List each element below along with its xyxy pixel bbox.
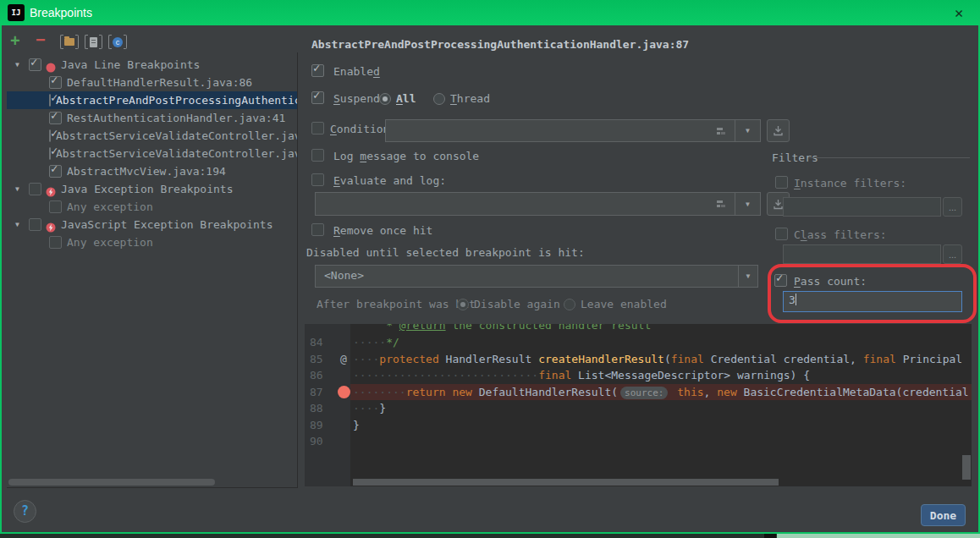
disabled-until-dropdown[interactable]: <None> ▼ <box>315 265 758 288</box>
tree-horizontal-scrollbar[interactable] <box>8 479 215 486</box>
breakpoint-enabled-checkbox[interactable] <box>49 200 62 213</box>
breakpoint-enabled-checkbox[interactable]: ✓ <box>49 112 62 124</box>
line-number: 90 <box>310 433 323 450</box>
titlebar[interactable]: IJ Breakpoints ✕ <box>0 0 980 25</box>
line-number: 87 <box>310 384 323 401</box>
line-number: 89 <box>310 417 323 434</box>
breakpoint-enabled-checkbox[interactable]: ✓ <box>49 76 62 89</box>
suspend-thread-radio[interactable] <box>433 93 445 105</box>
pass-count-checkbox[interactable]: ✓ <box>774 274 787 287</box>
group-by-class-button[interactable]: c <box>108 35 127 49</box>
exception-breakpoint-icon <box>46 220 56 230</box>
breakpoint-row[interactable]: ✓AbstractPreAndPostProcessingAuthenticat <box>7 91 297 109</box>
code-text: * @return the constructed handler result <box>353 324 651 332</box>
evaluate-history-arrow-icon[interactable]: ▼ <box>735 200 760 208</box>
suspend-all-radio[interactable] <box>379 93 391 105</box>
code-line: 90 <box>305 433 972 450</box>
disable-again-radio[interactable] <box>457 299 469 310</box>
group-by-package-button[interactable] <box>60 35 79 49</box>
file-icon <box>90 37 97 47</box>
disable-again-label: Disable again <box>474 298 560 310</box>
evaluate-and-log-checkbox[interactable] <box>311 173 324 186</box>
after-hit-label: After breakpoint was hit <box>317 298 476 310</box>
disabled-until-value: <None> <box>324 269 364 282</box>
remove-breakpoint-button[interactable]: − <box>36 33 46 48</box>
breakpoint-group-row[interactable]: ▼✓Java Line Breakpoints <box>7 56 297 74</box>
code-line: 86····························final List… <box>305 367 972 384</box>
breakpoint-group-row[interactable]: ▼JavaScript Exception Breakpoints <box>7 216 297 233</box>
log-message-checkbox[interactable] <box>311 149 324 162</box>
evaluate-and-log-label: Evaluate and log: <box>333 174 446 187</box>
instance-filters-label: Instance filters: <box>794 177 906 189</box>
breakpoint-label: AbstractPreAndPostProcessingAuthenticat <box>56 94 297 107</box>
editor-horizontal-scrollbar[interactable] <box>353 479 779 486</box>
instance-filters-input[interactable] <box>783 197 941 217</box>
breakpoint-row[interactable]: Any exception <box>7 198 297 216</box>
code-preview-editor: * @return the constructed handler result… <box>305 324 972 486</box>
breakpoint-enabled-checkbox[interactable]: ✓ <box>49 165 62 178</box>
check-icon: ✓ <box>51 109 58 122</box>
condition-history-arrow-icon[interactable]: ▼ <box>735 127 760 134</box>
check-icon: ✓ <box>51 74 58 86</box>
expression-icon <box>716 199 726 209</box>
help-button[interactable]: ? <box>14 500 36 523</box>
condition-checkbox[interactable] <box>311 122 324 134</box>
instance-filters-more-button[interactable]: ... <box>943 197 962 217</box>
breakpoint-enabled-checkbox[interactable]: ✓ <box>49 147 51 160</box>
chevron-down-icon[interactable]: ▼ <box>15 221 29 228</box>
breakpoint-label: AbstractMvcView.java:194 <box>67 165 226 178</box>
pass-count-value: 3 <box>789 294 796 306</box>
breakpoint-enabled-checkbox[interactable] <box>29 218 41 231</box>
code-text: } <box>353 417 360 434</box>
class-icon: c <box>113 37 123 47</box>
breakpoint-enabled-checkbox[interactable] <box>29 183 41 195</box>
pass-count-label: Pass count: <box>794 275 867 288</box>
editor-vertical-scrollbar[interactable] <box>962 455 971 480</box>
done-button[interactable]: Done <box>921 504 966 526</box>
code-line: 85@····protected HandlerResult createHan… <box>305 351 972 368</box>
chevron-down-icon[interactable]: ▼ <box>15 61 29 69</box>
code-text: ····protected HandlerResult createHandle… <box>353 351 962 368</box>
class-filters-checkbox[interactable] <box>775 228 788 240</box>
breakpoint-label: Java Exception Breakpoints <box>61 183 234 195</box>
instance-filters-checkbox[interactable] <box>775 176 788 189</box>
breakpoint-label: RestAuthenticationHandler.java:41 <box>67 112 285 124</box>
enabled-checkbox[interactable]: ✓ <box>311 64 324 77</box>
line-number: 84 <box>310 334 323 351</box>
add-breakpoint-button[interactable]: + <box>10 33 20 49</box>
remove-once-hit-checkbox[interactable] <box>311 223 324 236</box>
leave-enabled-radio[interactable] <box>564 299 575 310</box>
expand-condition-editor-button[interactable] <box>767 119 790 142</box>
breakpoint-enabled-checkbox[interactable]: ✓ <box>49 94 51 107</box>
condition-input[interactable]: ▼ <box>385 119 761 142</box>
group-by-file-button[interactable] <box>85 35 102 49</box>
breakpoint-enabled-checkbox[interactable]: ✓ <box>29 58 41 71</box>
breakpoint-enabled-checkbox[interactable]: ✓ <box>49 129 51 142</box>
close-button[interactable]: ✕ <box>944 0 973 25</box>
breakpoint-row[interactable]: ✓RestAuthenticationHandler.java:41 <box>7 109 297 127</box>
pass-count-input[interactable]: 3 <box>783 291 962 312</box>
breakpoint-row[interactable]: ✓AbstractServiceValidateController.java: <box>7 145 297 162</box>
chevron-down-icon[interactable]: ▼ <box>15 185 29 193</box>
suspend-checkbox[interactable]: ✓ <box>311 91 324 104</box>
chevron-down-icon[interactable]: ▼ <box>739 272 757 280</box>
code-text: ·····*/ <box>353 334 399 351</box>
line-number: 86 <box>310 367 323 384</box>
breakpoint-enabled-checkbox[interactable] <box>49 236 62 249</box>
evaluate-expression-input[interactable]: ▼ <box>315 192 761 216</box>
intellij-logo-icon: IJ <box>8 4 25 21</box>
breakpoint-row[interactable]: Any exception <box>7 233 297 251</box>
override-gutter-icon: @ <box>340 351 347 368</box>
breakpoint-dot-icon[interactable] <box>338 386 350 398</box>
breakpoint-group-row[interactable]: ▼Java Exception Breakpoints <box>7 180 297 198</box>
code-line: 84·····*/ <box>305 334 972 351</box>
suspend-thread-label: Thread <box>450 92 490 105</box>
check-icon: ✓ <box>51 127 58 140</box>
class-filters-input[interactable] <box>783 244 941 264</box>
breakpoint-row[interactable]: ✓AbstractServiceValidateController.java: <box>7 127 297 145</box>
class-filters-more-button[interactable]: ... <box>943 244 962 264</box>
remove-once-hit-label: Remove once hit <box>333 224 432 237</box>
check-icon: ✓ <box>30 56 37 69</box>
breakpoint-row[interactable]: ✓AbstractMvcView.java:194 <box>7 162 297 180</box>
breakpoint-row[interactable]: ✓DefaultHandlerResult.java:86 <box>7 74 297 91</box>
